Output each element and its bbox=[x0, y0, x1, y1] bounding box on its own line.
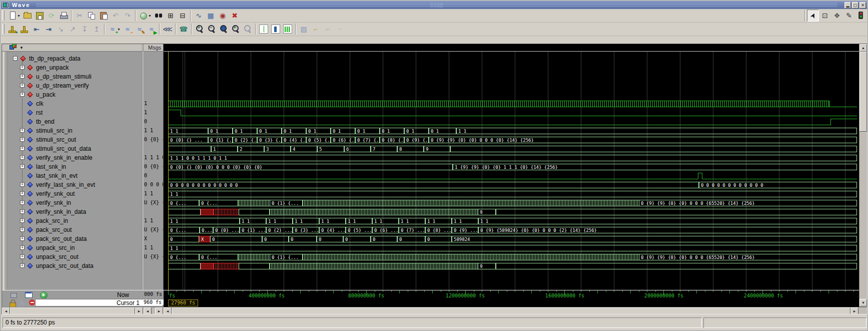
signal-name[interactable]: verify_snk_in bbox=[36, 199, 71, 206]
time-ruler[interactable]: fs400000000 fs800000000 fs1200000000 fs1… bbox=[164, 290, 859, 307]
edit-wave-icon[interactable]: ≈✎ bbox=[134, 23, 146, 35]
scroll-down-button[interactable]: ▼ bbox=[859, 299, 867, 306]
paste-icon[interactable] bbox=[98, 10, 110, 22]
zoom-full-icon[interactable] bbox=[218, 23, 230, 35]
select-mode-icon[interactable]: ➤ bbox=[807, 10, 819, 22]
panel-grip[interactable] bbox=[2, 44, 7, 306]
signal-name[interactable]: u_dp_stream_verify bbox=[36, 82, 89, 89]
expand-icon[interactable]: + bbox=[20, 254, 25, 259]
tree-row-rst[interactable]: rst bbox=[7, 109, 142, 117]
print-icon[interactable] bbox=[58, 10, 70, 22]
tree-row-pack_src_in[interactable]: +pack_src_in bbox=[7, 217, 142, 225]
signal-name[interactable]: last_snk_in_evt bbox=[36, 172, 78, 179]
copy-icon[interactable] bbox=[86, 10, 98, 22]
signal-name[interactable]: verify_snk_in_data bbox=[36, 208, 86, 215]
tree-row-stimuli_src_out_data[interactable]: +stimuli_src_out_data bbox=[7, 145, 142, 153]
tree-row-verify_snk_in_data[interactable]: +verify_snk_in_data bbox=[7, 208, 142, 216]
signal-name[interactable]: pack_src_out bbox=[36, 226, 72, 233]
signals-view-icon[interactable] bbox=[270, 23, 282, 35]
collapse-time-icon[interactable]: ⋘ bbox=[162, 23, 174, 35]
edge-yellow-icon[interactable]: ⌐ bbox=[310, 23, 322, 35]
signal-name[interactable]: gen_unpack bbox=[36, 64, 69, 71]
tree-row-unpack_src_out_data[interactable]: +unpack_src_out_data bbox=[7, 262, 142, 270]
expand-icon[interactable]: + bbox=[20, 182, 25, 187]
tree-row-tb_end[interactable]: tb_end bbox=[7, 118, 142, 126]
msgs-column-header[interactable]: Msgs bbox=[143, 44, 163, 52]
toolbar-grip[interactable] bbox=[3, 11, 5, 21]
zoom-cursor-icon[interactable]: + bbox=[230, 23, 242, 35]
names-scroll-right-button[interactable]: ► bbox=[135, 307, 143, 314]
scroll-up-button[interactable]: ▲ bbox=[859, 44, 867, 52]
expand-icon[interactable]: + bbox=[20, 155, 25, 160]
event-trace-icon[interactable]: ◉ bbox=[217, 10, 229, 22]
prev-falling-edge-icon[interactable]: ↧ bbox=[79, 23, 91, 35]
remove-from-wave-icon[interactable]: ≈− bbox=[122, 23, 134, 35]
wave-view-icon[interactable] bbox=[258, 23, 270, 35]
prev-rising-edge-icon[interactable]: ↥ bbox=[91, 23, 103, 35]
simulate-icon[interactable]: ∿ bbox=[193, 10, 205, 22]
expand-icon[interactable]: + bbox=[20, 209, 25, 214]
cursor-line[interactable] bbox=[168, 52, 169, 290]
delete-cursor-icon[interactable] bbox=[19, 23, 31, 35]
expand-icon[interactable]: + bbox=[20, 227, 25, 232]
compile-icon[interactable]: ▼ bbox=[138, 10, 150, 22]
expand-icon[interactable]: + bbox=[20, 65, 25, 70]
stoplight-icon[interactable] bbox=[855, 10, 867, 22]
expand-icon[interactable]: + bbox=[20, 146, 25, 151]
go-icon[interactable] bbox=[39, 290, 48, 299]
signal-name[interactable]: tb_end bbox=[36, 118, 55, 125]
signal-name[interactable]: stimuli_src_in bbox=[36, 127, 73, 134]
expand-icon[interactable]: + bbox=[20, 83, 25, 88]
tree-row-unpack_src_in[interactable]: +unpack_src_in bbox=[7, 244, 142, 252]
zoom-range-icon[interactable] bbox=[242, 23, 254, 35]
signal-name[interactable]: last_snk_in bbox=[36, 163, 66, 170]
open-folder-icon[interactable] bbox=[22, 10, 34, 22]
expand-hierarchy-icon[interactable]: ⊞ bbox=[165, 10, 177, 22]
signal-name[interactable]: u_pack bbox=[36, 91, 56, 98]
tree-row-clk[interactable]: clk bbox=[7, 100, 142, 108]
prev-transition-icon[interactable]: ⇤ bbox=[31, 23, 43, 35]
find-icon[interactable] bbox=[153, 10, 165, 22]
signal-name[interactable]: unpack_src_in bbox=[36, 244, 75, 251]
save-icon[interactable] bbox=[34, 10, 46, 22]
expand-icon[interactable]: + bbox=[20, 164, 25, 169]
tree-row-unpack_src_out[interactable]: +unpack_src_out bbox=[7, 253, 142, 261]
tree-row-verify_last_snk_in_evt[interactable]: +verify_last_snk_in_evt bbox=[7, 181, 142, 189]
edge-gray-icon-1[interactable]: ⌐ bbox=[322, 23, 334, 35]
expand-icon[interactable]: + bbox=[20, 137, 25, 142]
tree-row-gen_unpack[interactable]: +gen_unpack bbox=[7, 64, 142, 72]
cursor-time-flag[interactable]: 27960 fs bbox=[168, 299, 198, 306]
chevron-down-icon[interactable]: ▼ bbox=[20, 46, 24, 50]
column-header[interactable]: ▼ bbox=[2, 44, 163, 52]
pan-mode-icon[interactable]: ❖ bbox=[831, 10, 843, 22]
edge-gray-icon-2[interactable]: ¬ bbox=[334, 23, 346, 35]
values-scroll-right-button[interactable]: ► bbox=[155, 307, 163, 314]
wave-scroll-left-button[interactable]: ◄ bbox=[164, 307, 172, 314]
tree-row-verify_snk_out[interactable]: +verify_snk_out bbox=[7, 190, 142, 198]
wave-scroll-thumb[interactable] bbox=[172, 307, 850, 314]
tree-row-verify_snk_in_enable[interactable]: +verify_snk_in_enable bbox=[7, 154, 142, 162]
signal-name[interactable]: stimuli_src_out_data bbox=[36, 145, 91, 152]
signal-name-panel[interactable]: −tb_dp_repack_data+gen_unpack+u_dp_strea… bbox=[7, 52, 142, 290]
add-to-wave-icon[interactable]: ≈+▼ bbox=[107, 23, 119, 35]
chevron-down-icon[interactable]: ▼ bbox=[17, 14, 21, 18]
tree-row-stimuli_src_out[interactable]: +stimuli_src_out bbox=[7, 136, 142, 144]
next-transition-icon[interactable]: ⇥ bbox=[43, 23, 55, 35]
cut-icon[interactable]: ✂ bbox=[74, 10, 86, 22]
maximize-button[interactable]: ▢ bbox=[852, 2, 858, 9]
names-scroll-thumb[interactable] bbox=[10, 307, 135, 314]
expand-icon[interactable]: + bbox=[20, 128, 25, 133]
undo-icon[interactable]: ↶ bbox=[110, 10, 122, 22]
restart-icon[interactable]: ▦ bbox=[205, 10, 217, 22]
zoom-mode-icon[interactable]: ⊡ bbox=[819, 10, 831, 22]
signal-name[interactable]: verify_snk_out bbox=[36, 190, 75, 197]
tree-row-u_pack[interactable]: +u_pack bbox=[7, 91, 142, 99]
signal-name[interactable]: clk bbox=[36, 100, 44, 107]
tree-row-tb_dp_repack_data[interactable]: −tb_dp_repack_data bbox=[7, 55, 142, 63]
virtual-objects-icon[interactable]: ☎ bbox=[178, 23, 190, 35]
expand-icon[interactable]: + bbox=[20, 245, 25, 250]
reload-icon[interactable]: ⟳ bbox=[46, 10, 58, 22]
insert-cursor-icon[interactable]: + bbox=[7, 23, 19, 35]
expanded-view-icon[interactable] bbox=[282, 23, 294, 35]
signal-name[interactable]: u_dp_stream_stimuli bbox=[36, 73, 92, 80]
